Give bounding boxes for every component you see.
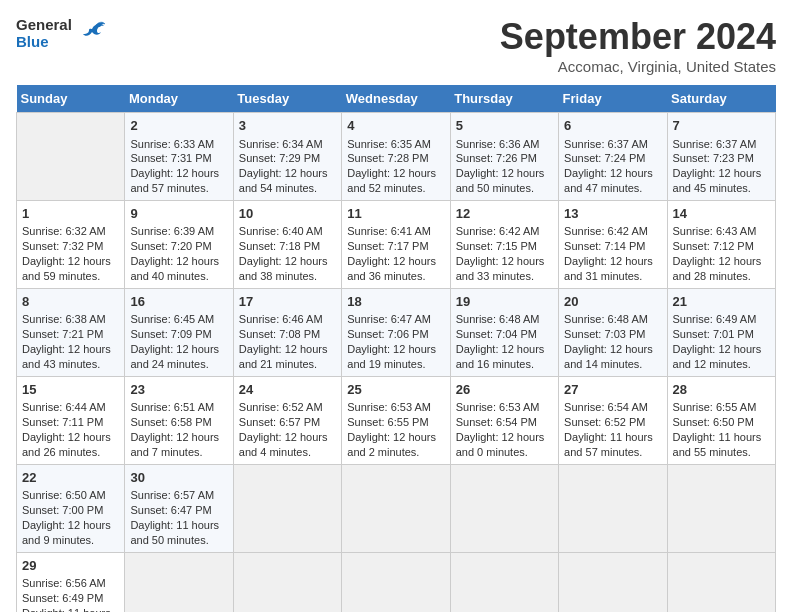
day-number: 5 [456,117,553,135]
sunset-text: Sunset: 7:21 PM [22,328,103,340]
sunset-text: Sunset: 7:18 PM [239,240,320,252]
sunset-text: Sunset: 6:49 PM [22,592,103,604]
calendar-cell [559,552,667,612]
sunset-text: Sunset: 7:23 PM [673,152,754,164]
daylight-text: Daylight: 12 hours and 28 minutes. [673,255,762,282]
daylight-text: Daylight: 12 hours and 16 minutes. [456,343,545,370]
daylight-text: Daylight: 12 hours and 38 minutes. [239,255,328,282]
day-number: 10 [239,205,336,223]
logo: General Blue [16,16,108,51]
sunrise-text: Sunrise: 6:34 AM [239,138,323,150]
calendar-cell [667,464,775,552]
day-number: 7 [673,117,770,135]
sunrise-text: Sunrise: 6:46 AM [239,313,323,325]
daylight-text: Daylight: 12 hours and 33 minutes. [456,255,545,282]
day-number: 30 [130,469,227,487]
calendar-cell: 14Sunrise: 6:43 AMSunset: 7:12 PMDayligh… [667,200,775,288]
calendar-cell: 20Sunrise: 6:48 AMSunset: 7:03 PMDayligh… [559,288,667,376]
calendar-cell: 17Sunrise: 6:46 AMSunset: 7:08 PMDayligh… [233,288,341,376]
daylight-text: Daylight: 12 hours and 54 minutes. [239,167,328,194]
daylight-text: Daylight: 12 hours and 21 minutes. [239,343,328,370]
sunrise-text: Sunrise: 6:56 AM [22,577,106,589]
day-number: 1 [22,205,119,223]
day-number: 19 [456,293,553,311]
sunrise-text: Sunrise: 6:53 AM [456,401,540,413]
calendar-cell: 11Sunrise: 6:41 AMSunset: 7:17 PMDayligh… [342,200,450,288]
sunset-text: Sunset: 7:15 PM [456,240,537,252]
sunrise-text: Sunrise: 6:42 AM [456,225,540,237]
col-saturday: Saturday [667,85,775,113]
sunset-text: Sunset: 7:29 PM [239,152,320,164]
sunset-text: Sunset: 7:32 PM [22,240,103,252]
sunrise-text: Sunrise: 6:55 AM [673,401,757,413]
day-number: 3 [239,117,336,135]
sunrise-text: Sunrise: 6:50 AM [22,489,106,501]
col-friday: Friday [559,85,667,113]
col-wednesday: Wednesday [342,85,450,113]
sunset-text: Sunset: 6:47 PM [130,504,211,516]
sunset-text: Sunset: 6:57 PM [239,416,320,428]
calendar-cell: 8Sunrise: 6:38 AMSunset: 7:21 PMDaylight… [17,288,125,376]
sunrise-text: Sunrise: 6:38 AM [22,313,106,325]
table-row: 22Sunrise: 6:50 AMSunset: 7:00 PMDayligh… [17,464,776,552]
daylight-text: Daylight: 11 hours and 52 minutes. [22,607,111,612]
sunset-text: Sunset: 7:31 PM [130,152,211,164]
calendar-cell: 28Sunrise: 6:55 AMSunset: 6:50 PMDayligh… [667,376,775,464]
sunrise-text: Sunrise: 6:41 AM [347,225,431,237]
day-number: 22 [22,469,119,487]
calendar-cell: 12Sunrise: 6:42 AMSunset: 7:15 PMDayligh… [450,200,558,288]
sunset-text: Sunset: 7:20 PM [130,240,211,252]
day-number: 27 [564,381,661,399]
day-number: 20 [564,293,661,311]
calendar-cell [667,552,775,612]
calendar-cell: 22Sunrise: 6:50 AMSunset: 7:00 PMDayligh… [17,464,125,552]
title-block: September 2024 Accomac, Virginia, United… [500,16,776,75]
day-number: 15 [22,381,119,399]
sunset-text: Sunset: 6:52 PM [564,416,645,428]
calendar-cell: 19Sunrise: 6:48 AMSunset: 7:04 PMDayligh… [450,288,558,376]
calendar-cell [450,552,558,612]
day-number: 13 [564,205,661,223]
logo-blue: Blue [16,33,72,50]
daylight-text: Daylight: 12 hours and 59 minutes. [22,255,111,282]
daylight-text: Daylight: 12 hours and 50 minutes. [456,167,545,194]
calendar-cell: 3Sunrise: 6:34 AMSunset: 7:29 PMDaylight… [233,113,341,201]
sunset-text: Sunset: 7:08 PM [239,328,320,340]
table-row: 8Sunrise: 6:38 AMSunset: 7:21 PMDaylight… [17,288,776,376]
day-number: 25 [347,381,444,399]
calendar-table: Sunday Monday Tuesday Wednesday Thursday… [16,85,776,612]
sunset-text: Sunset: 7:09 PM [130,328,211,340]
daylight-text: Daylight: 12 hours and 14 minutes. [564,343,653,370]
daylight-text: Daylight: 12 hours and 12 minutes. [673,343,762,370]
day-number: 9 [130,205,227,223]
sunrise-text: Sunrise: 6:43 AM [673,225,757,237]
sunset-text: Sunset: 7:26 PM [456,152,537,164]
table-row: 29Sunrise: 6:56 AMSunset: 6:49 PMDayligh… [17,552,776,612]
sunset-text: Sunset: 7:14 PM [564,240,645,252]
calendar-cell: 5Sunrise: 6:36 AMSunset: 7:26 PMDaylight… [450,113,558,201]
calendar-cell: 23Sunrise: 6:51 AMSunset: 6:58 PMDayligh… [125,376,233,464]
daylight-text: Daylight: 12 hours and 7 minutes. [130,431,219,458]
sunset-text: Sunset: 7:01 PM [673,328,754,340]
page-title: September 2024 [500,16,776,58]
daylight-text: Daylight: 12 hours and 40 minutes. [130,255,219,282]
sunrise-text: Sunrise: 6:35 AM [347,138,431,150]
sunset-text: Sunset: 6:54 PM [456,416,537,428]
day-number: 21 [673,293,770,311]
calendar-cell [450,464,558,552]
sunset-text: Sunset: 7:11 PM [22,416,103,428]
sunrise-text: Sunrise: 6:57 AM [130,489,214,501]
day-number: 16 [130,293,227,311]
col-monday: Monday [125,85,233,113]
col-tuesday: Tuesday [233,85,341,113]
sunrise-text: Sunrise: 6:54 AM [564,401,648,413]
sunset-text: Sunset: 7:04 PM [456,328,537,340]
day-number: 24 [239,381,336,399]
day-number: 17 [239,293,336,311]
table-row: 1Sunrise: 6:32 AMSunset: 7:32 PMDaylight… [17,200,776,288]
sunrise-text: Sunrise: 6:40 AM [239,225,323,237]
day-number: 4 [347,117,444,135]
calendar-cell: 1Sunrise: 6:32 AMSunset: 7:32 PMDaylight… [17,200,125,288]
day-number: 28 [673,381,770,399]
calendar-cell: 4Sunrise: 6:35 AMSunset: 7:28 PMDaylight… [342,113,450,201]
